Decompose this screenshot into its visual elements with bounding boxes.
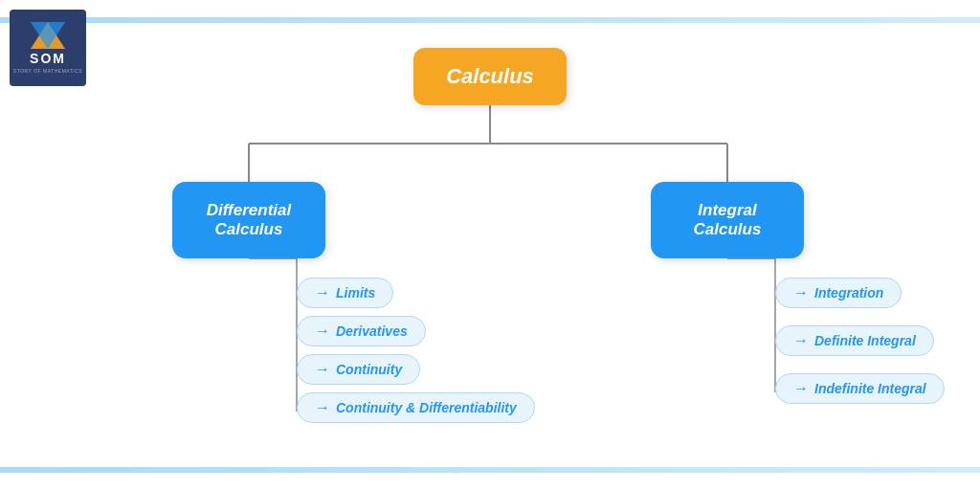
- leaf-contdiff-label: Continuity & Differentiability: [336, 400, 517, 415]
- leaf-limits-label: Limits: [336, 285, 375, 301]
- leaf-derivatives-label: Derivatives: [336, 323, 408, 339]
- leaf-integration: → Integration: [775, 278, 902, 308]
- leaf-indefinite-label: Indefinite Integral: [814, 381, 926, 396]
- arrow-integration: →: [793, 284, 809, 301]
- leaf-derivatives: → Derivatives: [297, 316, 426, 346]
- bg-accent-top: [0, 17, 980, 23]
- arrow-indefinite: →: [793, 380, 809, 397]
- integ-calc-node: IntegralCalculus: [651, 182, 804, 258]
- leaf-continuity: → Continuity: [297, 354, 420, 385]
- root-node: Calculus: [413, 48, 567, 105]
- leaf-limits: → Limits: [297, 278, 393, 308]
- logo-subtext: STORY OF MATHEMATICS: [13, 68, 82, 74]
- diff-calc-node: DifferentialCalculus: [172, 182, 325, 258]
- leaf-definite-label: Definite Integral: [814, 333, 916, 348]
- leaf-continuity-label: Continuity: [336, 362, 402, 377]
- logo-icon: [31, 22, 65, 49]
- arrow-definite: →: [793, 332, 809, 349]
- leaf-integration-label: Integration: [814, 285, 883, 301]
- leaf-contdiff: → Continuity & Differentiability: [297, 392, 535, 423]
- leaf-definite: → Definite Integral: [775, 325, 934, 356]
- integ-calc-label: IntegralCalculus: [694, 201, 762, 239]
- arrow-limits: →: [315, 284, 330, 301]
- arrow-contdiff: →: [315, 399, 330, 416]
- leaf-indefinite: → Indefinite Integral: [775, 373, 945, 404]
- diff-calc-label: DifferentialCalculus: [207, 201, 292, 239]
- arrow-continuity: →: [315, 361, 330, 378]
- arrow-derivatives: →: [315, 323, 330, 340]
- logo-abbr: SOM: [30, 51, 66, 66]
- root-label: Calculus: [446, 64, 534, 89]
- logo: SOM STORY OF MATHEMATICS: [10, 10, 86, 86]
- bg-accent-bottom: [0, 467, 980, 473]
